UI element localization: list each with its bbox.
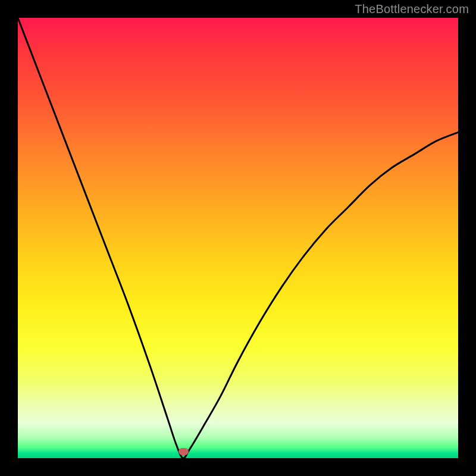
chart-frame: TheBottlenecker.com (0, 0, 476, 476)
plot-area (18, 18, 458, 458)
optimal-point-marker (178, 448, 189, 455)
watermark-text: TheBottlenecker.com (355, 2, 469, 16)
bottleneck-curve (18, 18, 458, 458)
